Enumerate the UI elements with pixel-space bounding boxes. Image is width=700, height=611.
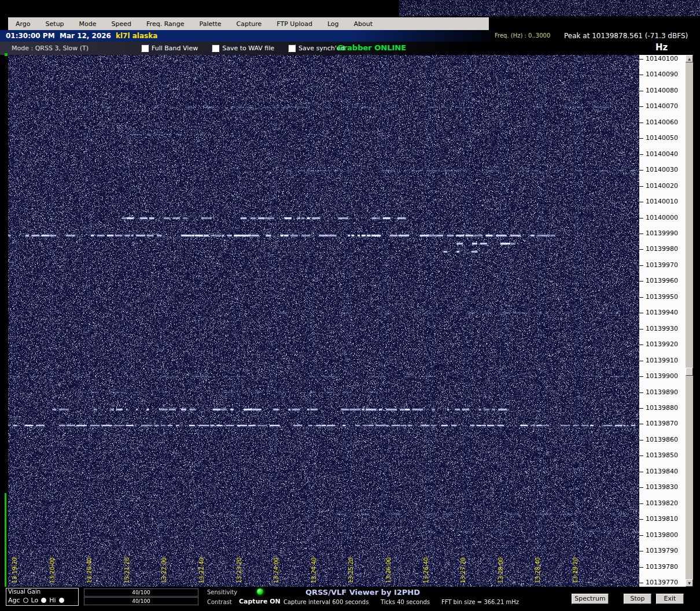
capture-interval-label: Capture interval 600 seconds <box>283 599 369 605</box>
scroll-down-icon[interactable]: ▼ <box>686 579 693 587</box>
freq-label: 10140070 <box>646 102 678 110</box>
freq-tick <box>639 234 643 234</box>
radio-hi[interactable] <box>59 598 64 603</box>
freq-tick <box>639 567 643 568</box>
menu-item-speed[interactable]: Speed <box>104 20 139 28</box>
freq-label: 10139830 <box>646 483 678 491</box>
freq-tick <box>639 202 643 202</box>
capture-progress-strip <box>5 493 6 587</box>
freq-label: 10140030 <box>646 166 678 174</box>
freq-label: 10140010 <box>646 198 678 206</box>
frequency-scale: 1014010010140090101400801014007010140060… <box>639 55 686 587</box>
waterfall-spectrogram <box>8 55 639 587</box>
freq-label: 10140100 <box>646 55 678 63</box>
bottom-control-bar: Visual Gain AgcLoHi 40/100 40/100 Sensit… <box>0 587 700 611</box>
freq-tick <box>639 583 643 583</box>
freq-label: 10139850 <box>646 451 678 460</box>
menu-item-argo[interactable]: Argo <box>8 20 38 28</box>
freq-label: 10140090 <box>646 71 678 79</box>
visual-gain-radios: AgcLoHi <box>8 597 64 604</box>
checkbox-box[interactable] <box>141 45 149 52</box>
mode-row: Mode : QRSS 3, Slow (T) Full Band ViewSa… <box>0 42 700 55</box>
radio-lo[interactable] <box>41 598 46 603</box>
freq-tick <box>639 361 643 361</box>
status-row: 01:30:00 PM Mar 12, 2026 kl7l alaska Fre… <box>0 30 700 42</box>
freq-label: 10140040 <box>646 150 678 158</box>
stop-button[interactable]: Stop <box>624 594 651 604</box>
peak-readout: Peak at 10139878.561 (-71.3 dBFS) <box>564 32 688 40</box>
frequency-scrollbar[interactable]: ▲ ▼ <box>686 55 693 587</box>
capture-start-marker <box>5 53 8 56</box>
freq-tick <box>639 440 643 440</box>
menu-item-freq-range[interactable]: Freq. Range <box>139 20 191 28</box>
sensitivity-slider[interactable]: 40/100 <box>84 588 198 597</box>
freq-tick <box>639 59 643 60</box>
freq-label: 10139950 <box>646 293 678 301</box>
capture-led-icon <box>257 588 263 595</box>
freq-label: 10139790 <box>646 547 678 555</box>
freq-label: 10140000 <box>646 214 678 222</box>
freq-tick <box>639 170 643 171</box>
menu-bar: ArgoSetupModeSpeedFreq. RangePaletteCapt… <box>8 17 489 30</box>
freq-tick <box>639 75 643 75</box>
freq-label: 10140060 <box>646 119 678 127</box>
clock-date: Mar 12, 2026 <box>60 32 111 40</box>
freq-tick <box>639 91 643 91</box>
app-title: QRSS/VLF Viewer by I2PHD <box>305 588 420 597</box>
freq-label: 10139780 <box>646 563 678 571</box>
freq-label: 10139930 <box>646 325 678 333</box>
checkbox-group: Full Band ViewSave to WAV fileSave synch… <box>141 42 345 55</box>
menu-item-palette[interactable]: Palette <box>192 20 229 28</box>
contrast-slider[interactable]: 40/100 <box>84 597 198 605</box>
checkbox-box[interactable] <box>288 45 296 52</box>
grabber-status: Grabber ONLINE <box>337 43 406 52</box>
scroll-up-icon[interactable]: ▲ <box>686 55 693 62</box>
freq-label: 10139900 <box>646 372 678 380</box>
freq-tick <box>639 408 643 409</box>
contrast-label: Contrast <box>207 599 232 605</box>
menu-item-about[interactable]: About <box>347 20 381 28</box>
checkbox-label: Save to WAV file <box>222 45 274 52</box>
freq-tick <box>639 154 643 155</box>
radio-label-lo: Lo <box>31 597 39 604</box>
checkbox-save-to-wav-file[interactable]: Save to WAV file <box>212 45 274 52</box>
checkbox-full-band-view[interactable]: Full Band View <box>141 45 198 52</box>
spectrum-button[interactable]: Spectrum <box>572 594 609 604</box>
freq-label: 10139940 <box>646 309 678 317</box>
freq-tick <box>639 472 643 472</box>
menu-item-capture[interactable]: Capture <box>229 20 270 28</box>
radio-label-hi: Hi <box>49 597 56 604</box>
freq-tick <box>639 313 643 313</box>
menu-item-ftp-upload[interactable]: FTP Upload <box>269 20 320 28</box>
freq-tick <box>639 503 643 504</box>
contrast-value: 40/100 <box>84 598 198 605</box>
freq-tick <box>639 392 643 393</box>
radio-agc[interactable] <box>23 598 28 603</box>
menu-item-setup[interactable]: Setup <box>38 20 72 28</box>
freq-tick <box>639 329 643 329</box>
menu-item-mode[interactable]: Mode <box>72 20 104 28</box>
freq-tick <box>639 281 643 282</box>
menu-item-log[interactable]: Log <box>320 20 347 28</box>
freq-label: 10139860 <box>646 436 678 444</box>
freq-label: 10139920 <box>646 340 678 349</box>
callsign-label: kl7l alaska <box>116 32 157 40</box>
freq-label: 10139890 <box>646 388 678 397</box>
mode-label: Mode : QRSS 3, Slow (T) <box>12 45 89 52</box>
freq-tick <box>639 456 643 456</box>
freq-tick <box>639 551 643 551</box>
freq-label: 10139800 <box>646 531 678 539</box>
argo-app-window: ArgoSetupModeSpeedFreq. RangePaletteCapt… <box>0 0 700 611</box>
exit-button[interactable]: Exit <box>656 594 684 604</box>
freq-tick <box>639 519 643 520</box>
fft-bin-label: FFT bin size = 366.21 mHz <box>441 599 519 605</box>
freq-label: 10139810 <box>646 515 678 523</box>
freq-label: 10139960 <box>646 277 678 285</box>
checkbox-save-synch-ed[interactable]: Save synch'ed <box>288 45 345 52</box>
checkbox-box[interactable] <box>212 45 219 52</box>
freq-tick <box>639 186 643 187</box>
freq-tick <box>639 249 643 250</box>
freq-label: 10139820 <box>646 499 678 508</box>
background-spectrum-strip <box>399 0 700 16</box>
scrollbar-thumb[interactable] <box>686 368 693 376</box>
